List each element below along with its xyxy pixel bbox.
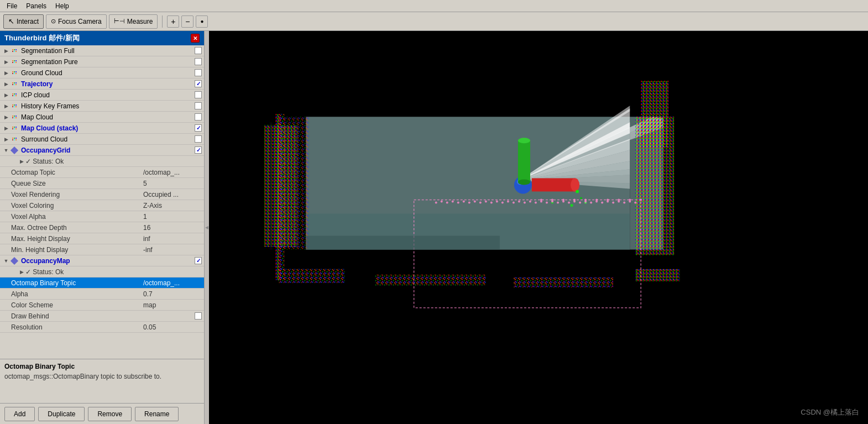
prop-row[interactable]: Queue Size 5 <box>0 178 204 189</box>
tree-row[interactable]: ▶ Map Cloud <box>0 112 204 123</box>
panel-header: Thunderbird 邮件/新闻 ✕ <box>0 31 204 45</box>
prop-value: 5 <box>143 180 204 187</box>
svg-point-66 <box>535 201 537 203</box>
row-label: Map Cloud <box>20 113 195 121</box>
menu-help[interactable]: Help <box>51 1 74 11</box>
duplicate-button[interactable]: Duplicate <box>38 407 85 421</box>
ground-cloud-checkbox[interactable] <box>195 69 202 76</box>
left-panel: Thunderbird 邮件/新闻 ✕ ▶ Segmentation Full … <box>0 31 205 424</box>
svg-point-78 <box>601 201 603 203</box>
viewport[interactable]: CSDN @橘上落白 <box>209 31 868 424</box>
prop-value: 0.7 <box>143 290 204 298</box>
interact-label: Interact <box>17 18 39 25</box>
cloud-icon <box>10 113 19 122</box>
zoom-reset-button[interactable]: ● <box>196 15 208 28</box>
menu-panels[interactable]: Panels <box>22 1 51 11</box>
prop-row[interactable]: Draw Behind <box>0 311 204 322</box>
expand-icon: ▶ <box>2 91 10 99</box>
zoom-plus-button[interactable]: + <box>167 15 179 28</box>
svg-point-89 <box>584 198 587 201</box>
map-cloud-checkbox[interactable] <box>195 113 202 121</box>
expand-icon: ▶ <box>18 268 25 276</box>
svg-point-18 <box>518 138 530 143</box>
row-label: History Key Frames <box>20 102 195 110</box>
tree-row[interactable]: ▶ Map Cloud (stack) <box>0 123 204 134</box>
cloud-icon <box>10 80 19 88</box>
occupancy-grid-checkbox[interactable] <box>195 146 202 154</box>
svg-point-53 <box>463 200 465 202</box>
cloud-icon <box>10 69 19 77</box>
tree-row[interactable]: ▶ Surround Cloud <box>0 134 204 145</box>
svg-rect-38 <box>514 278 613 287</box>
draw-behind-checkbox[interactable] <box>195 312 202 320</box>
svg-point-64 <box>524 201 526 203</box>
svg-rect-36 <box>278 269 344 283</box>
prop-row[interactable]: Max. Octree Depth 16 <box>0 222 204 233</box>
prop-row[interactable]: Alpha 0.7 <box>0 289 204 300</box>
octomap-binary-topic-row[interactable]: Octomap Binary Topic /octomap_... <box>0 278 204 289</box>
occupancy-map-checkbox[interactable] <box>195 257 202 264</box>
prop-value: 0.05 <box>143 323 204 331</box>
map-cloud-stack-checkbox[interactable] <box>195 124 202 132</box>
toolbar-separator <box>162 15 163 28</box>
svg-point-52 <box>457 201 459 203</box>
tree-row[interactable]: ▼ OccupancyGrid <box>0 145 204 156</box>
seg-full-checkbox[interactable] <box>195 47 202 54</box>
tree-row[interactable]: ▶ Segmentation Full <box>0 45 204 56</box>
panel-close-button[interactable]: ✕ <box>191 34 200 43</box>
prop-label: Min. Height Display <box>11 246 143 254</box>
expand-icon: ▶ <box>2 102 10 110</box>
prop-row[interactable]: Voxel Coloring Z-Axis <box>0 200 204 211</box>
icp-cloud-checkbox[interactable] <box>195 91 202 98</box>
tree-row[interactable]: ▶ History Key Frames <box>0 101 204 112</box>
focus-camera-button[interactable]: ⊙ Focus Camera <box>46 14 107 29</box>
svg-point-45 <box>571 204 573 207</box>
prop-row[interactable]: Color Scheme map <box>0 300 204 311</box>
expand-icon: ▶ <box>18 158 25 165</box>
expand-icon: ▶ <box>2 124 10 132</box>
svg-point-93 <box>629 198 631 201</box>
zoom-minus-button[interactable]: − <box>181 15 194 28</box>
trajectory-checkbox[interactable] <box>195 80 202 87</box>
prop-row[interactable]: Min. Height Display -inf <box>0 244 204 255</box>
row-label: Trajectory <box>20 80 195 88</box>
prop-label: Max. Height Display <box>11 235 143 243</box>
svg-point-57 <box>485 200 487 202</box>
status-row: ▶ ✓ Status: Ok <box>0 266 204 278</box>
cloud-icon <box>10 91 19 100</box>
panel-scroll[interactable]: ▶ Segmentation Full ▶ <box>0 45 204 359</box>
history-key-frames-checkbox[interactable] <box>195 102 202 109</box>
surround-cloud-checkbox[interactable] <box>195 135 202 143</box>
prop-label: Resolution <box>11 323 143 331</box>
interact-button[interactable]: ↖ Interact <box>3 14 44 29</box>
svg-rect-39 <box>635 269 679 281</box>
remove-button[interactable]: Remove <box>88 407 132 421</box>
seg-pure-checkbox[interactable] <box>195 58 202 65</box>
row-label: ICP cloud <box>20 91 195 99</box>
tree-row[interactable]: ▶ ICP cloud <box>0 90 204 101</box>
rename-button[interactable]: Rename <box>135 407 179 421</box>
prop-row[interactable]: Voxel Alpha 1 <box>0 211 204 222</box>
add-button[interactable]: Add <box>4 407 35 421</box>
prop-row[interactable]: Max. Height Display inf <box>0 233 204 244</box>
resize-handle[interactable] <box>205 31 209 424</box>
row-label: Ground Cloud <box>20 69 195 77</box>
svg-point-48 <box>435 201 437 203</box>
expand-icon: ▼ <box>2 257 10 265</box>
svg-point-49 <box>441 200 443 202</box>
menu-file[interactable]: File <box>2 1 22 11</box>
bottom-buttons: Add Duplicate Remove Rename <box>0 403 204 424</box>
prop-row[interactable]: Resolution 0.05 <box>0 322 204 333</box>
tree-row[interactable]: ▶ Ground Cloud <box>0 67 204 78</box>
cloud-icon <box>10 46 19 55</box>
tree-row[interactable]: ▶ Trajectory <box>0 78 204 90</box>
measure-button[interactable]: ⊢⊣ Measure <box>109 14 158 29</box>
prop-value: 16 <box>143 224 204 232</box>
tree-row[interactable]: ▼ OccupancyMap <box>0 255 204 266</box>
svg-point-61 <box>507 200 509 202</box>
info-desc: octomap_msgs::OctomapBinary topic to sub… <box>4 373 200 380</box>
svg-point-70 <box>557 201 559 203</box>
prop-row[interactable]: Octomap Topic /octomap_... <box>0 167 204 178</box>
prop-row[interactable]: Voxel Rendering Occupied ... <box>0 189 204 200</box>
tree-row[interactable]: ▶ Segmentation Pure <box>0 56 204 67</box>
